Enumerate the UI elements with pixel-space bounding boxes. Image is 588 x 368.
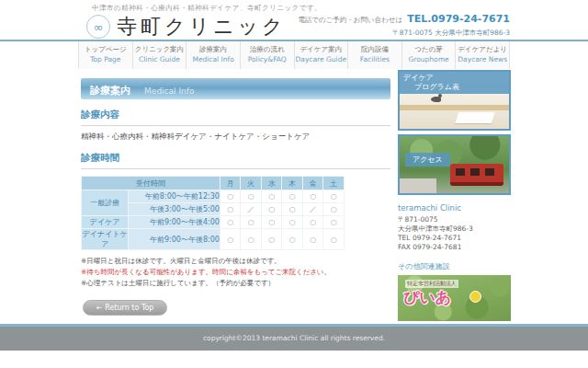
- mark-cell: ○: [220, 216, 241, 228]
- nav-label-jp: 院内設備: [348, 45, 401, 54]
- nav-label-en: Daycare Guide: [295, 55, 348, 63]
- reception-header: 受付時間: [82, 177, 220, 190]
- contact-address: 〒871-0075 大分県中津市寺町986-3: [298, 29, 510, 38]
- path-graphic: [400, 178, 436, 193]
- category-cell: デイナイトケア: [82, 229, 128, 249]
- main-content: 診療案内 Medical Info 診療内容 精神科・心療内科・精神科デイケア・…: [81, 78, 390, 316]
- mark-cell: ○: [241, 229, 261, 249]
- mark-cell: ○: [282, 229, 302, 249]
- nav-label-jp: デイケア案内: [295, 45, 348, 54]
- medical-content-text: 精神科・心療内科・精神科デイケア・ナイトケア・ショートケア: [81, 132, 390, 143]
- nav-item-grouphome[interactable]: つたの芽 Grouphome: [401, 41, 456, 69]
- hours-notes: ※日曜日と祝日は休診です。火曜日と金曜日の午後は休診です。 ※待ち時間が長くなる…: [81, 257, 390, 287]
- main-nav: トップページ Top Page クリニック案内 Clinic Guide 診療案…: [78, 41, 510, 69]
- contact-label: 電話でのご予約・お問い合わせは: [298, 16, 402, 24]
- mark-cell: ○: [282, 216, 302, 228]
- sidebar-fax: FAX 0979-24-7681: [398, 243, 511, 252]
- mark-cell: ○: [220, 229, 241, 249]
- nav-item-medical-info[interactable]: 診療案内 Medical Info: [186, 41, 240, 69]
- return-to-top-button[interactable]: ← Return to Top: [83, 300, 167, 316]
- medical-content-heading: 診療内容: [81, 109, 390, 126]
- nav-label-en: Medical Info: [187, 55, 240, 63]
- banner-ledge-graphic: [400, 105, 509, 110]
- sidebar-tel: TEL 0979-24-7671: [398, 234, 511, 243]
- nav-item-top-page[interactable]: トップページ Top Page: [78, 41, 132, 69]
- mark-cell: ○: [220, 190, 241, 202]
- nav-item-clinic-guide[interactable]: クリニック案内 Clinic Guide: [132, 41, 187, 69]
- nav-label-jp: トップページ: [79, 45, 132, 54]
- related-facilities-heading: その他関連施設: [398, 261, 511, 271]
- mark-cell: ○: [323, 203, 344, 215]
- nav-item-facilities[interactable]: 院内設備 Facilities: [347, 41, 401, 69]
- day-header: 火: [241, 177, 261, 190]
- table-row: 一般診療 午前8:00〜午前12:30 ○ ○ ○ ○ ○ ○: [82, 190, 344, 202]
- clinic-logo-icon: ∞: [86, 15, 110, 39]
- nav-item-daycare-guide[interactable]: デイケア案内 Daycare Guide: [294, 41, 348, 69]
- nav-label-en: Policy&FAQ: [241, 55, 294, 63]
- npo-yellow-dot-graphic: [469, 291, 481, 303]
- table-header-row: 受付時間 月 火 水 木 金 土: [82, 177, 344, 190]
- category-cell: デイケア: [82, 216, 128, 228]
- npo-name: ぴいあ: [403, 287, 451, 308]
- day-header: 土: [323, 177, 344, 190]
- category-cell: 一般診療: [82, 190, 128, 215]
- time-cell: 午前9:00〜午後4:00: [129, 216, 219, 228]
- mark-cell: ○: [303, 190, 323, 202]
- table-row: デイナイトケア 午前9:00〜午後8:00 ○ ○ ○ ○ ○ ○: [82, 229, 344, 249]
- sidebar-clinic-name[interactable]: teramachi Clinic: [398, 203, 511, 213]
- sidebar: デイケア プログラム表 アクセス teramachi Clinic 〒871-0…: [398, 70, 511, 321]
- nav-label-jp: クリニック案内: [133, 45, 187, 54]
- mark-cell: ○: [262, 190, 282, 202]
- mark-cell: ○: [262, 229, 282, 249]
- contact-phone[interactable]: TEL.0979-24-7671: [407, 13, 510, 25]
- day-header: 木: [282, 177, 302, 190]
- mark-cell: ○: [241, 216, 261, 228]
- copyright-text: copyright©2013 teramachi Clinic all righ…: [0, 327, 588, 351]
- access-banner-label: アクセス: [405, 153, 450, 167]
- mark-cell: ○: [241, 190, 261, 202]
- nav-label-jp: デイケアだより: [456, 45, 509, 54]
- nav-label-jp: 治療の流れ: [241, 45, 294, 54]
- mark-cell: ○: [323, 216, 344, 228]
- day-header: 月: [220, 177, 241, 190]
- nav-item-policy-faq[interactable]: 治療の流れ Policy&FAQ: [240, 41, 294, 69]
- mark-cell: ／: [303, 203, 323, 215]
- sidebar-address: 大分県中津市寺町986-3: [398, 224, 511, 234]
- mark-cell: ○: [303, 229, 323, 249]
- nav-label-jp: つたの芽: [402, 45, 456, 54]
- note-holiday: ※日曜日と祝日は休診です。火曜日と金曜日の午後は休診です。: [81, 257, 390, 266]
- bird-graphic: [431, 97, 441, 102]
- note-waiting-time: ※待ち時間が長くなる可能性があります。時間に余裕をもってご来院ください。: [81, 268, 390, 277]
- mark-cell: ○: [220, 203, 241, 215]
- time-cell: 午前9:00〜午後8:00: [129, 229, 219, 249]
- daycare-banner-label-line2: プログラム表: [403, 83, 505, 92]
- daycare-banner-label: デイケア プログラム表: [400, 72, 509, 94]
- mark-cell: ○: [323, 190, 344, 202]
- mark-cell: ○: [323, 229, 344, 249]
- page-title: 診療案内: [90, 85, 130, 97]
- nav-label-en: Daycare News: [456, 55, 509, 63]
- page-title-en: Medical Info: [144, 86, 194, 96]
- nav-label-jp: 診療案内: [187, 45, 240, 54]
- daycare-program-banner[interactable]: デイケア プログラム表: [398, 70, 511, 131]
- header-tagline: 中津市の精神科・心療内科・精神科デイケア、寺町クリニックです。: [92, 4, 322, 13]
- mark-cell: ○: [282, 190, 302, 202]
- mark-cell: ○: [282, 203, 302, 215]
- npo-peer-banner[interactable]: 特定非営利活動法人 ぴいあ: [398, 275, 511, 321]
- book-graphic: [455, 112, 495, 123]
- nav-item-daycare-news[interactable]: デイケアだより Daycare News: [455, 41, 510, 69]
- time-cell: 午前8:00〜午前12:30: [129, 190, 219, 202]
- sidebar-postal: 〒871-0075: [398, 215, 511, 224]
- clinic-name: 寺町クリニック: [117, 13, 287, 40]
- header-contact: 電話でのご予約・お問い合わせはTEL.0979-24-7671 〒871-007…: [298, 8, 510, 38]
- nav-label-en: Facilities: [348, 55, 401, 63]
- daycare-banner-label-line1: デイケア: [403, 74, 434, 82]
- hours-heading: 診療時間: [81, 152, 390, 169]
- access-banner[interactable]: アクセス: [398, 134, 511, 195]
- mark-cell: ／: [241, 203, 261, 215]
- train-graphic: [450, 164, 503, 186]
- mark-cell: ○: [262, 203, 282, 215]
- hours-table: 受付時間 月 火 水 木 金 土 一般診療 午前8:00〜午前12:30 ○ ○…: [81, 176, 345, 250]
- note-psych-test: ※心理テストは土曜日に施行しています。（予約が必要です）: [81, 279, 390, 288]
- mark-cell: ○: [262, 216, 282, 228]
